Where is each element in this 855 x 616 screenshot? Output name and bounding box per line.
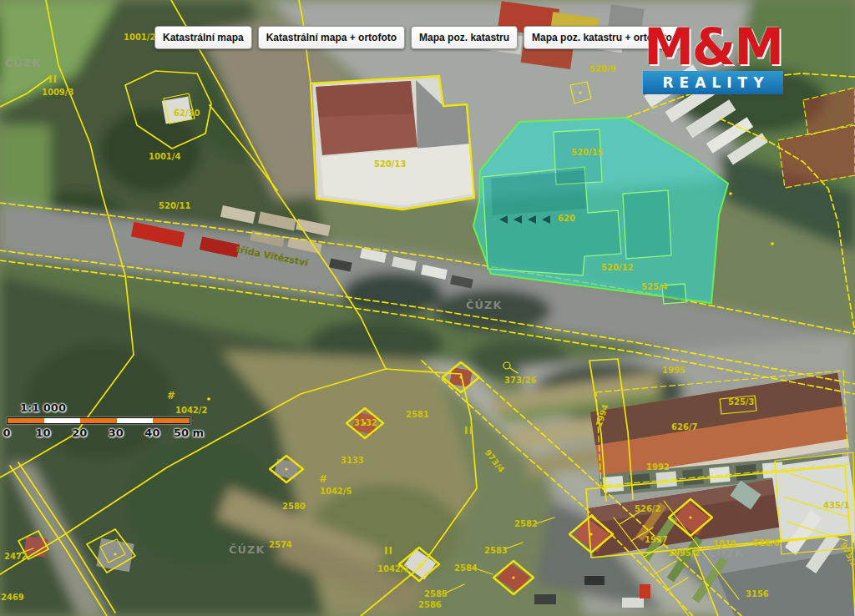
- mm-reality-logo: M&M REALITY: [643, 23, 783, 94]
- logo-reality-text: REALITY: [643, 71, 783, 94]
- parcel-label: 1010: [713, 539, 736, 548]
- parcel-label: 1937: [645, 535, 668, 544]
- cuzk-watermark: ČÚZK: [708, 547, 745, 559]
- scale-segment: [44, 418, 81, 423]
- parcel-label: 520/13: [374, 159, 406, 169]
- parcel-label: II: [384, 545, 393, 557]
- parcel-label: 1009/3: [42, 88, 73, 97]
- parcel-label: 435/1: [823, 501, 850, 510]
- parcel-label: 2586: [418, 600, 442, 609]
- button-mapa-poz-katastru[interactable]: Mapa poz. katastru: [411, 26, 518, 49]
- parcel-label: 1042/1: [377, 564, 409, 573]
- cuzk-watermark: ČÚZK: [5, 57, 42, 69]
- parcel-label: 526/2: [635, 504, 661, 513]
- parcel-label: 1001/2: [124, 33, 155, 42]
- parcel-label: 620: [558, 214, 575, 223]
- scale-ratio-label: 1:1 000: [20, 401, 207, 414]
- parcel-label: 2585: [424, 589, 448, 598]
- parcel-label: 2472: [4, 552, 28, 561]
- scale-tick: 50 m: [174, 427, 204, 439]
- parcel-label: 2582: [514, 519, 538, 528]
- scale-tick: 0: [3, 427, 10, 439]
- scale-segment: [153, 418, 190, 423]
- parcel-label: 520/9: [589, 64, 616, 73]
- parcel-label: 528/6: [753, 538, 780, 548]
- parcel-label: 373/26: [504, 376, 536, 385]
- scale-ticks: 01020304050 m: [7, 427, 207, 440]
- cuzk-watermark: ČÚZK: [229, 543, 266, 556]
- parcel-label: 1992: [646, 462, 670, 472]
- scale-segment: [117, 418, 154, 423]
- map-viewport[interactable]: ČÚZKČÚZKČÚZKČÚZK 1001/2II1009/362/301001…: [0, 0, 855, 616]
- parcel-label: 3132: [354, 418, 377, 427]
- parcel-label: 2583: [484, 546, 508, 555]
- parcel-label: II: [48, 73, 58, 85]
- parcel-label: 1995/2: [668, 548, 700, 558]
- scale-segment: [8, 418, 44, 423]
- parcel-label: 2469: [1, 593, 24, 602]
- button-katastralni-mapa[interactable]: Katastrální mapa: [154, 26, 252, 49]
- button-katastralni-mapa-ortofoto[interactable]: Katastrální mapa + ortofoto: [258, 26, 405, 49]
- map-type-toolbar: Katastrální mapa Katastrální mapa + orto…: [154, 26, 680, 49]
- logo-mm-text: M&M: [643, 23, 783, 70]
- parcel-label: 2581: [406, 410, 429, 419]
- scale-bar: [7, 417, 190, 424]
- parcel-label: #: [167, 390, 175, 401]
- parcel-label: 1995: [662, 366, 686, 375]
- parcel-label: 520/11: [159, 201, 190, 210]
- parcel-label: II: [464, 425, 473, 437]
- parcel-label: 525/4: [641, 282, 668, 291]
- parcel-label: 520/12: [601, 263, 633, 272]
- scale-segment: [80, 418, 117, 423]
- map-scalebar: 1:1 000 01020304050 m: [7, 401, 207, 440]
- parcel-label: 2580: [282, 502, 306, 511]
- cuzk-watermark: ČÚZK: [466, 299, 503, 311]
- scale-tick: 20: [72, 427, 87, 439]
- parcel-label: 520/15: [571, 148, 603, 157]
- parcel-label: 525/3: [728, 397, 755, 406]
- parcel-label: 1001/4: [149, 152, 180, 161]
- parcel-label: 3133: [341, 456, 364, 465]
- scale-tick: 30: [109, 427, 124, 439]
- parcel-label: 3156: [746, 589, 769, 598]
- parcel-label: #: [319, 473, 327, 485]
- scale-tick: 10: [36, 427, 51, 439]
- parcel-label: 2584: [454, 563, 478, 573]
- parcel-label: 1042/5: [320, 487, 352, 496]
- parcel-label: 626/7: [671, 422, 698, 432]
- parcel-label: 2574: [269, 540, 292, 549]
- scale-tick: 40: [144, 427, 159, 439]
- parcel-label: 62/30: [174, 109, 200, 118]
